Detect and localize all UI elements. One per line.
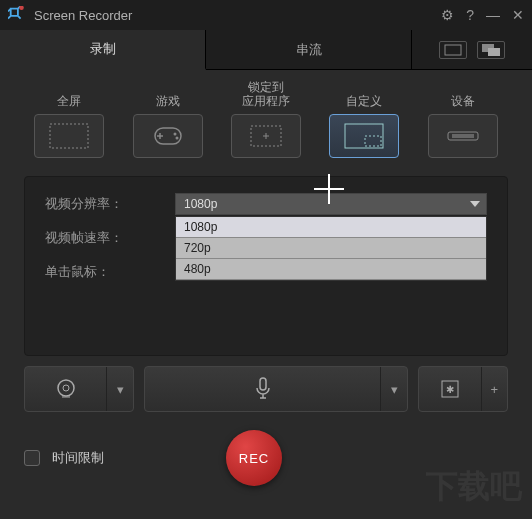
tab-stream-label: 串流 xyxy=(296,41,322,59)
display-mode-1-button[interactable] xyxy=(439,41,467,59)
microphone-dropdown[interactable]: ▾ xyxy=(381,367,407,411)
help-icon[interactable]: ? xyxy=(466,7,474,23)
mode-lock-app[interactable] xyxy=(231,114,301,158)
webcam-button[interactable] xyxy=(25,367,107,411)
input-devices-bar: ▾ ▾ ✱ + xyxy=(24,366,508,412)
svg-point-12 xyxy=(58,380,74,396)
mode-lock-app-label: 锁定到 应用程序 xyxy=(242,80,290,108)
display-mode-2-button[interactable] xyxy=(477,41,505,59)
tab-record[interactable]: 录制 xyxy=(0,30,206,70)
svg-rect-4 xyxy=(50,124,88,148)
record-row: 时间限制 REC xyxy=(24,430,508,486)
resolution-label: 视频分辨率： xyxy=(45,195,175,213)
resolution-option-480p[interactable]: 480p xyxy=(176,259,486,280)
svg-rect-14 xyxy=(260,378,266,390)
svg-point-5 xyxy=(173,133,176,136)
mode-fullscreen[interactable] xyxy=(34,114,104,158)
svg-point-0 xyxy=(19,6,24,10)
svg-rect-9 xyxy=(365,136,381,146)
record-button[interactable]: REC xyxy=(226,430,282,486)
close-icon[interactable]: ✕ xyxy=(512,7,524,23)
mode-device[interactable] xyxy=(428,114,498,158)
mode-custom[interactable] xyxy=(329,114,399,158)
tab-stream[interactable]: 串流 xyxy=(206,30,412,69)
svg-rect-3 xyxy=(488,48,500,56)
svg-rect-1 xyxy=(445,45,461,55)
main-tabs: 录制 串流 xyxy=(0,30,532,70)
click-label: 单击鼠标： xyxy=(45,263,175,281)
tab-right-controls xyxy=(412,30,532,69)
overlay-add[interactable]: + xyxy=(482,367,507,411)
svg-point-6 xyxy=(175,137,178,140)
titlebar: Screen Recorder ⚙ ? — ✕ xyxy=(0,0,532,30)
svg-point-13 xyxy=(63,385,69,391)
svg-rect-11 xyxy=(452,134,474,138)
mode-game[interactable] xyxy=(133,114,203,158)
framerate-label: 视频帧速率： xyxy=(45,229,175,247)
app-title: Screen Recorder xyxy=(34,8,441,23)
mode-game-label: 游戏 xyxy=(156,80,180,108)
record-button-label: REC xyxy=(239,451,269,466)
resolution-value: 1080p xyxy=(184,197,217,211)
resolution-option-1080p[interactable]: 1080p xyxy=(176,217,486,238)
mode-device-label: 设备 xyxy=(451,80,475,108)
time-limit-checkbox[interactable] xyxy=(24,450,40,466)
microphone-button[interactable] xyxy=(145,367,381,411)
overlay-button[interactable]: ✱ xyxy=(419,367,482,411)
chevron-down-icon xyxy=(470,201,480,207)
settings-panel: 视频分辨率： 1080p 1080p 720p 480p 视频帧速率： 单击鼠标… xyxy=(24,176,508,356)
time-limit-label: 时间限制 xyxy=(52,449,104,467)
webcam-dropdown[interactable]: ▾ xyxy=(107,367,133,411)
tab-record-label: 录制 xyxy=(90,40,116,58)
minimize-icon[interactable]: — xyxy=(486,7,500,23)
mode-custom-label: 自定义 xyxy=(346,80,382,108)
resolution-dropdown[interactable]: 1080p 1080p 720p 480p xyxy=(175,193,487,215)
mode-fullscreen-label: 全屏 xyxy=(57,80,81,108)
settings-icon[interactable]: ⚙ xyxy=(441,7,454,23)
mode-selector: 全屏 游戏 锁定到 应用程序 自定义 设备 xyxy=(0,70,532,158)
svg-text:✱: ✱ xyxy=(446,384,454,395)
app-icon xyxy=(8,6,26,24)
resolution-option-720p[interactable]: 720p xyxy=(176,238,486,259)
resolution-dropdown-list: 1080p 720p 480p xyxy=(175,216,487,281)
